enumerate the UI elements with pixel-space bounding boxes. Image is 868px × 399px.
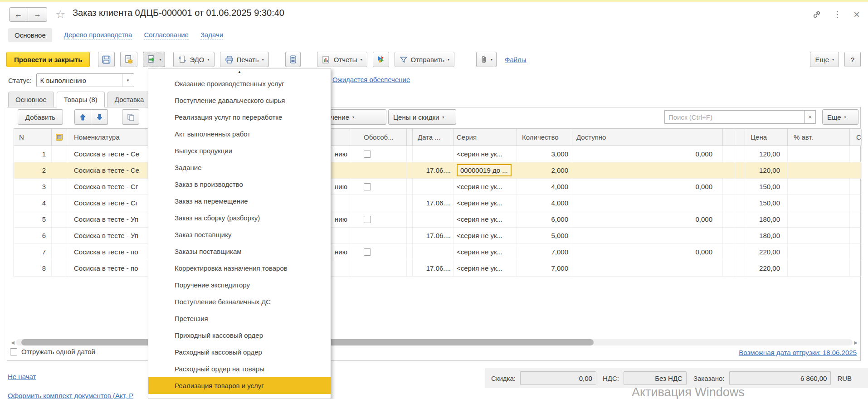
- menu-item[interactable]: Акт выполненных работ: [148, 126, 331, 142]
- vat-field[interactable]: Без НДС: [624, 371, 687, 385]
- cell-qty[interactable]: 6,000: [517, 211, 572, 227]
- move-down-button[interactable]: [91, 109, 108, 125]
- attach-button[interactable]: ▾: [476, 52, 497, 67]
- cell-last[interactable]: [850, 179, 862, 195]
- list-settings-button[interactable]: [285, 52, 301, 67]
- cell-nar1[interactable]: [723, 195, 735, 211]
- more-button-top[interactable]: Еще▾: [810, 52, 839, 67]
- separate-checkbox[interactable]: [364, 151, 371, 158]
- column-header-1[interactable]: [52, 129, 67, 146]
- tab-soglasovanie[interactable]: Согласование: [144, 31, 189, 39]
- column-header-8[interactable]: Количество: [517, 129, 572, 146]
- cell-series[interactable]: <серия не ук...: [454, 211, 517, 227]
- cell-available[interactable]: [572, 228, 723, 243]
- cell-nar1[interactable]: [723, 146, 735, 162]
- more-button-table[interactable]: Еще▾: [822, 109, 858, 125]
- post-and-close-button[interactable]: Провести и закрыть: [6, 52, 90, 67]
- cell-n[interactable]: 2: [14, 162, 52, 178]
- table-row[interactable]: 6Сосиска в тесте - Уп17.06....<серия не …: [14, 228, 861, 244]
- cell-pavt[interactable]: [788, 244, 850, 260]
- cell-pavt[interactable]: [788, 228, 850, 243]
- cell-available[interactable]: 0,000: [572, 244, 723, 260]
- menu-item[interactable]: Заказ на перемещение: [148, 193, 331, 209]
- cell-nar0[interactable]: [407, 228, 413, 243]
- cell-nar1[interactable]: [723, 228, 735, 243]
- possible-ship-date-link[interactable]: Возможная дата отгрузки: 18.06.2025: [739, 349, 857, 356]
- cell-date[interactable]: [413, 179, 454, 195]
- cell-n[interactable]: 4: [14, 195, 52, 211]
- cell-date[interactable]: 17.06....: [413, 195, 454, 211]
- column-header-11[interactable]: [735, 129, 745, 146]
- cell-series[interactable]: <серия не ук...: [454, 195, 517, 211]
- cell-last[interactable]: [850, 195, 862, 211]
- combo-arrow-icon[interactable]: ▾: [122, 74, 134, 87]
- menu-item[interactable]: Реализация услуг по переработке: [148, 109, 331, 126]
- files-link[interactable]: Файлы: [505, 56, 527, 63]
- cell-nar2[interactable]: [735, 228, 745, 243]
- make-documents-link[interactable]: Оформить комплект документов (Акт, Р: [8, 392, 133, 399]
- search-clear-icon[interactable]: ×: [804, 110, 816, 124]
- cell-date[interactable]: 17.06....: [413, 228, 454, 243]
- column-header-4[interactable]: Обособ...: [350, 129, 407, 146]
- menu-item[interactable]: Заказ на сборку (разборку): [148, 209, 331, 226]
- cell-qty[interactable]: 5,000: [517, 228, 572, 243]
- menu-scroll-up-icon[interactable]: ▲: [148, 68, 331, 75]
- cell-qty[interactable]: 3,000: [517, 146, 572, 162]
- cell-nar0[interactable]: [407, 211, 413, 227]
- menu-item[interactable]: Заказ в производство: [148, 176, 331, 193]
- column-header-13[interactable]: % авт.: [788, 129, 850, 146]
- cell-price[interactable]: 180,00: [745, 228, 788, 243]
- menu-item[interactable]: Заказ поставщику: [148, 226, 331, 243]
- column-header-9[interactable]: Доступно: [572, 129, 723, 146]
- cell-series[interactable]: <серия не ук...: [454, 146, 517, 162]
- cell-pavt[interactable]: [788, 179, 850, 195]
- cell-qty[interactable]: 7,000: [517, 244, 572, 260]
- cell-nar1[interactable]: [723, 179, 735, 195]
- column-header-5[interactable]: [407, 129, 413, 146]
- reports-button[interactable]: Отчеты ▾: [317, 52, 367, 67]
- tab-osnovnoe[interactable]: Основное: [8, 28, 52, 42]
- cell-icon[interactable]: [52, 162, 67, 178]
- tab-goods[interactable]: Товары (8): [57, 92, 105, 107]
- cell-n[interactable]: 3: [14, 179, 52, 195]
- cell-last[interactable]: [850, 162, 862, 178]
- add-row-button[interactable]: Добавить: [18, 109, 63, 125]
- separate-checkbox[interactable]: [364, 216, 371, 223]
- cell-n[interactable]: 8: [14, 260, 52, 276]
- cell-n[interactable]: 6: [14, 228, 52, 243]
- cell-series[interactable]: <серия не ук...: [454, 244, 517, 260]
- ordered-total-field[interactable]: 6 860,00: [729, 371, 831, 385]
- cell-icon[interactable]: [52, 146, 67, 162]
- move-up-button[interactable]: [74, 109, 91, 125]
- table-row[interactable]: 4Сосиска в тесте - Сг17.06....<серия не …: [14, 195, 861, 211]
- cell-available[interactable]: 0,000: [572, 211, 723, 227]
- cell-nar2[interactable]: [735, 195, 745, 211]
- table-row[interactable]: 3Сосиска в тесте - Сгнию<серия не ук...4…: [14, 179, 861, 195]
- cell-qty[interactable]: 4,000: [517, 179, 572, 195]
- menu-item[interactable]: Корректировка назначения товаров: [148, 260, 331, 277]
- horizontal-scrollbar[interactable]: ◀ ▶: [10, 338, 859, 346]
- send-button[interactable]: Отправить ▾: [395, 52, 454, 67]
- cell-series[interactable]: <серия не ук...: [454, 179, 517, 195]
- column-header-6[interactable]: Дата ...: [413, 129, 454, 146]
- close-icon[interactable]: ×: [853, 10, 860, 19]
- cell-nar0[interactable]: [407, 146, 413, 162]
- column-header-12[interactable]: Цена: [745, 129, 788, 146]
- cell-last[interactable]: [850, 244, 862, 260]
- column-header-0[interactable]: N: [14, 129, 52, 146]
- cell-price[interactable]: 150,00: [745, 179, 788, 195]
- menu-item[interactable]: Расходный ордер на товары: [148, 360, 331, 377]
- cell-icon[interactable]: [52, 211, 67, 227]
- menu-item[interactable]: Реализация товаров и услуг: [148, 377, 331, 394]
- cell-last[interactable]: [850, 146, 862, 162]
- tab-derevo-proizvodstva[interactable]: Дерево производства: [64, 31, 132, 39]
- favorite-star-icon[interactable]: ☆: [55, 8, 65, 21]
- create-based-on-button[interactable]: ▾: [143, 52, 165, 67]
- cell-nar2[interactable]: [735, 244, 745, 260]
- table-row[interactable]: 5Сосиска в тесте - Упнию<серия не ук...6…: [14, 211, 861, 228]
- cell-pavt[interactable]: [788, 146, 850, 162]
- cell-qty[interactable]: 2,000: [517, 162, 572, 178]
- cell-nar2[interactable]: [735, 146, 745, 162]
- cell-date[interactable]: [413, 211, 454, 227]
- cell-price[interactable]: 220,00: [745, 260, 788, 276]
